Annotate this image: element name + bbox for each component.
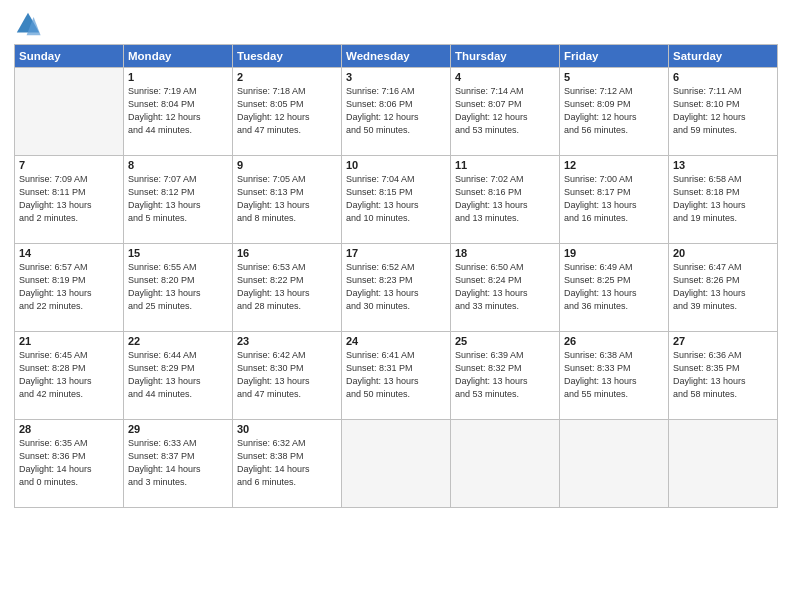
weekday-header-friday: Friday (560, 45, 669, 68)
day-info: Sunrise: 6:50 AMSunset: 8:24 PMDaylight:… (455, 261, 555, 313)
weekday-header-thursday: Thursday (451, 45, 560, 68)
calendar-cell: 7Sunrise: 7:09 AMSunset: 8:11 PMDaylight… (15, 156, 124, 244)
day-info: Sunrise: 7:16 AMSunset: 8:06 PMDaylight:… (346, 85, 446, 137)
day-info: Sunrise: 7:07 AMSunset: 8:12 PMDaylight:… (128, 173, 228, 225)
calendar-cell (560, 420, 669, 508)
day-number: 1 (128, 71, 228, 83)
weekday-header-row: SundayMondayTuesdayWednesdayThursdayFrid… (15, 45, 778, 68)
day-number: 27 (673, 335, 773, 347)
calendar-week-5: 28Sunrise: 6:35 AMSunset: 8:36 PMDayligh… (15, 420, 778, 508)
calendar-cell: 12Sunrise: 7:00 AMSunset: 8:17 PMDayligh… (560, 156, 669, 244)
calendar-cell: 18Sunrise: 6:50 AMSunset: 8:24 PMDayligh… (451, 244, 560, 332)
day-number: 10 (346, 159, 446, 171)
weekday-header-tuesday: Tuesday (233, 45, 342, 68)
day-number: 28 (19, 423, 119, 435)
day-info: Sunrise: 6:32 AMSunset: 8:38 PMDaylight:… (237, 437, 337, 489)
calendar-cell: 29Sunrise: 6:33 AMSunset: 8:37 PMDayligh… (124, 420, 233, 508)
weekday-header-monday: Monday (124, 45, 233, 68)
day-number: 21 (19, 335, 119, 347)
calendar-cell: 9Sunrise: 7:05 AMSunset: 8:13 PMDaylight… (233, 156, 342, 244)
day-info: Sunrise: 6:47 AMSunset: 8:26 PMDaylight:… (673, 261, 773, 313)
day-number: 24 (346, 335, 446, 347)
calendar-cell: 22Sunrise: 6:44 AMSunset: 8:29 PMDayligh… (124, 332, 233, 420)
day-info: Sunrise: 7:18 AMSunset: 8:05 PMDaylight:… (237, 85, 337, 137)
calendar-cell (451, 420, 560, 508)
day-info: Sunrise: 6:35 AMSunset: 8:36 PMDaylight:… (19, 437, 119, 489)
day-number: 14 (19, 247, 119, 259)
day-number: 22 (128, 335, 228, 347)
calendar-cell: 27Sunrise: 6:36 AMSunset: 8:35 PMDayligh… (669, 332, 778, 420)
day-number: 13 (673, 159, 773, 171)
header (14, 10, 778, 38)
day-info: Sunrise: 7:19 AMSunset: 8:04 PMDaylight:… (128, 85, 228, 137)
calendar-table: SundayMondayTuesdayWednesdayThursdayFrid… (14, 44, 778, 508)
day-info: Sunrise: 6:52 AMSunset: 8:23 PMDaylight:… (346, 261, 446, 313)
calendar-cell: 14Sunrise: 6:57 AMSunset: 8:19 PMDayligh… (15, 244, 124, 332)
calendar-cell: 16Sunrise: 6:53 AMSunset: 8:22 PMDayligh… (233, 244, 342, 332)
day-info: Sunrise: 6:38 AMSunset: 8:33 PMDaylight:… (564, 349, 664, 401)
day-number: 3 (346, 71, 446, 83)
day-info: Sunrise: 6:36 AMSunset: 8:35 PMDaylight:… (673, 349, 773, 401)
calendar-cell: 4Sunrise: 7:14 AMSunset: 8:07 PMDaylight… (451, 68, 560, 156)
calendar-cell: 15Sunrise: 6:55 AMSunset: 8:20 PMDayligh… (124, 244, 233, 332)
calendar-cell: 5Sunrise: 7:12 AMSunset: 8:09 PMDaylight… (560, 68, 669, 156)
day-number: 20 (673, 247, 773, 259)
calendar-cell: 10Sunrise: 7:04 AMSunset: 8:15 PMDayligh… (342, 156, 451, 244)
day-info: Sunrise: 6:58 AMSunset: 8:18 PMDaylight:… (673, 173, 773, 225)
calendar-cell (342, 420, 451, 508)
calendar-cell: 11Sunrise: 7:02 AMSunset: 8:16 PMDayligh… (451, 156, 560, 244)
day-info: Sunrise: 7:11 AMSunset: 8:10 PMDaylight:… (673, 85, 773, 137)
day-number: 12 (564, 159, 664, 171)
calendar-cell: 28Sunrise: 6:35 AMSunset: 8:36 PMDayligh… (15, 420, 124, 508)
calendar-week-1: 1Sunrise: 7:19 AMSunset: 8:04 PMDaylight… (15, 68, 778, 156)
day-info: Sunrise: 7:12 AMSunset: 8:09 PMDaylight:… (564, 85, 664, 137)
day-info: Sunrise: 7:00 AMSunset: 8:17 PMDaylight:… (564, 173, 664, 225)
day-info: Sunrise: 6:55 AMSunset: 8:20 PMDaylight:… (128, 261, 228, 313)
day-info: Sunrise: 7:05 AMSunset: 8:13 PMDaylight:… (237, 173, 337, 225)
day-number: 16 (237, 247, 337, 259)
day-info: Sunrise: 6:33 AMSunset: 8:37 PMDaylight:… (128, 437, 228, 489)
day-number: 5 (564, 71, 664, 83)
day-info: Sunrise: 6:41 AMSunset: 8:31 PMDaylight:… (346, 349, 446, 401)
day-number: 7 (19, 159, 119, 171)
calendar-cell: 13Sunrise: 6:58 AMSunset: 8:18 PMDayligh… (669, 156, 778, 244)
calendar-cell: 2Sunrise: 7:18 AMSunset: 8:05 PMDaylight… (233, 68, 342, 156)
day-info: Sunrise: 6:53 AMSunset: 8:22 PMDaylight:… (237, 261, 337, 313)
day-info: Sunrise: 6:49 AMSunset: 8:25 PMDaylight:… (564, 261, 664, 313)
day-number: 17 (346, 247, 446, 259)
logo-icon (14, 10, 42, 38)
day-number: 4 (455, 71, 555, 83)
calendar-cell: 24Sunrise: 6:41 AMSunset: 8:31 PMDayligh… (342, 332, 451, 420)
day-number: 8 (128, 159, 228, 171)
calendar-week-2: 7Sunrise: 7:09 AMSunset: 8:11 PMDaylight… (15, 156, 778, 244)
calendar-cell: 21Sunrise: 6:45 AMSunset: 8:28 PMDayligh… (15, 332, 124, 420)
day-number: 26 (564, 335, 664, 347)
page: SundayMondayTuesdayWednesdayThursdayFrid… (0, 0, 792, 612)
day-info: Sunrise: 7:14 AMSunset: 8:07 PMDaylight:… (455, 85, 555, 137)
calendar-cell: 30Sunrise: 6:32 AMSunset: 8:38 PMDayligh… (233, 420, 342, 508)
day-info: Sunrise: 6:45 AMSunset: 8:28 PMDaylight:… (19, 349, 119, 401)
day-info: Sunrise: 6:57 AMSunset: 8:19 PMDaylight:… (19, 261, 119, 313)
calendar-cell: 23Sunrise: 6:42 AMSunset: 8:30 PMDayligh… (233, 332, 342, 420)
day-number: 23 (237, 335, 337, 347)
calendar-cell: 8Sunrise: 7:07 AMSunset: 8:12 PMDaylight… (124, 156, 233, 244)
day-number: 2 (237, 71, 337, 83)
logo (14, 10, 46, 38)
day-info: Sunrise: 7:04 AMSunset: 8:15 PMDaylight:… (346, 173, 446, 225)
calendar-cell: 3Sunrise: 7:16 AMSunset: 8:06 PMDaylight… (342, 68, 451, 156)
calendar-cell: 25Sunrise: 6:39 AMSunset: 8:32 PMDayligh… (451, 332, 560, 420)
weekday-header-saturday: Saturday (669, 45, 778, 68)
day-number: 15 (128, 247, 228, 259)
day-number: 19 (564, 247, 664, 259)
calendar-cell: 17Sunrise: 6:52 AMSunset: 8:23 PMDayligh… (342, 244, 451, 332)
day-info: Sunrise: 7:09 AMSunset: 8:11 PMDaylight:… (19, 173, 119, 225)
day-info: Sunrise: 6:39 AMSunset: 8:32 PMDaylight:… (455, 349, 555, 401)
calendar-cell (669, 420, 778, 508)
calendar-cell: 20Sunrise: 6:47 AMSunset: 8:26 PMDayligh… (669, 244, 778, 332)
day-number: 18 (455, 247, 555, 259)
calendar-week-4: 21Sunrise: 6:45 AMSunset: 8:28 PMDayligh… (15, 332, 778, 420)
day-number: 9 (237, 159, 337, 171)
day-info: Sunrise: 6:42 AMSunset: 8:30 PMDaylight:… (237, 349, 337, 401)
day-info: Sunrise: 6:44 AMSunset: 8:29 PMDaylight:… (128, 349, 228, 401)
day-number: 25 (455, 335, 555, 347)
